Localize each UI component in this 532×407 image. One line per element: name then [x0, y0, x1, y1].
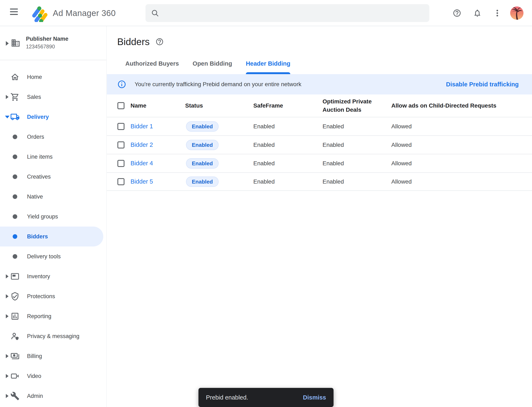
sidebar-item-orders[interactable]: Orders [0, 127, 107, 147]
row-checkbox[interactable] [117, 123, 124, 130]
search-bar[interactable] [145, 4, 429, 22]
safeframe-value: Enabled [253, 123, 322, 130]
sidebar-item-native[interactable]: Native [0, 187, 107, 207]
child-directed-value: Allowed [391, 142, 532, 148]
home-icon [10, 72, 20, 82]
notifications-bell-icon[interactable] [473, 9, 482, 17]
collapse-caret-icon [5, 116, 9, 118]
tab-bar: Authorized Buyers Open Bidding Header Bi… [125, 60, 290, 72]
optimized-deals-value: Enabled [322, 123, 391, 130]
publisher-switcher[interactable]: Publisher Name 1234567890 [0, 26, 106, 60]
payments-icon [10, 352, 20, 361]
status-badge: Enabled [186, 140, 219, 150]
avatar[interactable] [510, 7, 524, 20]
search-input[interactable] [163, 4, 429, 22]
optimized-deals-value: Enabled [322, 142, 391, 148]
row-checkbox[interactable] [117, 141, 124, 149]
main-content: Bidders Authorized Buyers Open Bidding H… [107, 26, 532, 407]
bidder-link[interactable]: Bidder 1 [130, 123, 153, 130]
privacy-person-icon [10, 332, 20, 341]
tab-open-bidding[interactable]: Open Bidding [193, 60, 232, 72]
optimized-deals-value: Enabled [322, 160, 391, 167]
expand-caret-icon [6, 314, 8, 318]
sidebar-item-reporting[interactable]: Reporting [0, 306, 107, 326]
delivery-truck-icon [10, 112, 20, 122]
sidebar-item-delivery-tools[interactable]: Delivery tools [0, 246, 107, 266]
table-row: Bidder 2 Enabled Enabled Enabled Allowed [107, 135, 532, 154]
row-checkbox[interactable] [117, 178, 124, 185]
toast-message: Prebid enabled. [206, 394, 248, 401]
bidder-link[interactable]: Bidder 2 [130, 141, 153, 148]
bullet-icon [13, 174, 17, 179]
sidebar-item-admin[interactable]: Admin [0, 386, 107, 406]
safeframe-value: Enabled [253, 160, 322, 167]
expand-caret-icon [6, 274, 8, 278]
row-checkbox[interactable] [117, 160, 124, 167]
child-directed-value: Allowed [391, 123, 532, 130]
wrench-icon [10, 391, 20, 400]
column-header-optimized-private-auction-deals: Optimized Private Auction Deals [322, 97, 391, 114]
select-all-checkbox[interactable] [117, 102, 124, 109]
sidebar-item-home[interactable]: Home [0, 67, 107, 87]
help-icon[interactable] [453, 9, 461, 17]
shield-check-icon [10, 292, 20, 301]
column-header-name: Name [130, 102, 185, 110]
ad-manager-logo-icon[interactable] [30, 4, 48, 22]
disable-prebid-link[interactable]: Disable Prebid trafficking [446, 81, 519, 88]
menu-icon[interactable] [10, 8, 19, 18]
bullet-icon [13, 214, 17, 219]
sidebar-item-creatives[interactable]: Creatives [0, 167, 107, 187]
child-directed-value: Allowed [391, 178, 532, 185]
table-row: Bidder 5 Enabled Enabled Enabled Allowed [107, 172, 532, 191]
sidebar-item-inventory[interactable]: Inventory [0, 266, 107, 286]
expand-caret-icon [6, 95, 8, 99]
tab-header-bidding[interactable]: Header Bidding [246, 60, 290, 72]
expand-caret-icon [6, 354, 8, 358]
sidebar-nav: Home Sales Delivery Orders Line items [0, 67, 107, 406]
bar-chart-icon [10, 312, 20, 321]
child-directed-value: Allowed [391, 160, 532, 167]
bullet-icon [13, 234, 17, 239]
sidebar-item-protections[interactable]: Protections [0, 286, 107, 306]
expand-caret-icon [6, 41, 9, 46]
info-icon [117, 80, 126, 89]
bidder-link[interactable]: Bidder 4 [130, 160, 153, 166]
more-vert-icon[interactable] [493, 9, 502, 17]
expand-caret-icon [6, 374, 8, 378]
table-header-row: Name Status SafeFrame Optimized Private … [107, 94, 532, 117]
safeframe-value: Enabled [253, 178, 322, 185]
sidebar-item-bidders[interactable]: Bidders [0, 227, 103, 246]
inventory-icon [10, 272, 20, 281]
palm-tree-silhouette [510, 7, 524, 20]
dismiss-button[interactable]: Dismiss [303, 394, 326, 401]
title-help-icon[interactable] [155, 38, 164, 46]
prebid-info-banner: You're currently trafficking Prebid dema… [107, 74, 532, 94]
search-icon [151, 9, 159, 17]
sidebar-item-sales[interactable]: Sales [0, 87, 107, 107]
sidebar-item-delivery[interactable]: Delivery [0, 107, 107, 127]
publisher-id: 1234567890 [26, 44, 55, 50]
sidebar-item-billing[interactable]: Billing [0, 346, 107, 366]
column-header-safeframe: SafeFrame [253, 102, 322, 110]
sidebar: Publisher Name 1234567890 Home Sales Del… [0, 26, 107, 407]
banner-message: You're currently trafficking Prebid dema… [135, 81, 301, 88]
bidder-link[interactable]: Bidder 5 [130, 178, 153, 185]
sidebar-item-privacy-messaging[interactable]: Privacy & messaging [0, 326, 107, 346]
ad-manager-app: Ad Manager 360 [0, 0, 532, 407]
publisher-name: Publisher Name [26, 36, 68, 42]
sidebar-item-video[interactable]: Video [0, 366, 107, 386]
expand-caret-icon [6, 294, 8, 298]
bidders-table: Name Status SafeFrame Optimized Private … [107, 94, 532, 191]
bullet-icon [13, 155, 17, 159]
table-row: Bidder 4 Enabled Enabled Enabled Allowed [107, 154, 532, 172]
bullet-icon [13, 254, 17, 259]
toast-snackbar: Prebid enabled. Dismiss [198, 388, 334, 407]
bullet-icon [13, 194, 17, 199]
column-header-status: Status [185, 102, 253, 110]
tab-authorized-buyers[interactable]: Authorized Buyers [125, 60, 179, 72]
expand-caret-icon [6, 394, 8, 398]
column-header-allow-ads-child-directed: Allow ads on Child-Directed Requests [391, 102, 532, 110]
sidebar-item-yield-groups[interactable]: Yield groups [0, 207, 107, 227]
bullet-icon [13, 134, 17, 139]
sidebar-item-line-items[interactable]: Line items [0, 147, 107, 167]
